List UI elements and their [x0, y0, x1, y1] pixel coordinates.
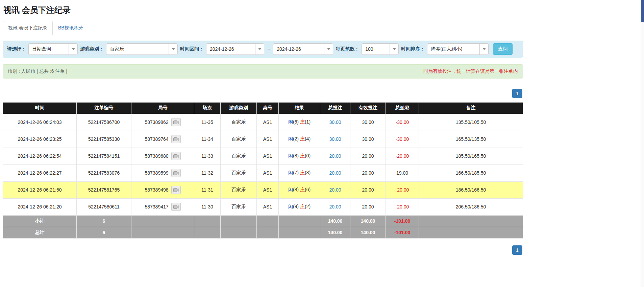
cell-game-type: 百家乐: [221, 164, 257, 181]
replay-video-button[interactable]: [171, 118, 181, 126]
result-player-score: (7): [293, 170, 299, 175]
video-replay-icon: [173, 137, 179, 141]
summary-label: 小计: [3, 215, 77, 227]
cell-total-bet: 30.00: [320, 114, 350, 131]
payout-amount: 19.00: [396, 170, 408, 176]
bet-row: 2024-12-26 06:23:25522147585330587389764…: [3, 131, 523, 148]
query-type-select[interactable]: 日期查询: [28, 43, 78, 55]
sort-order-value: 降幂(由大到小): [427, 44, 479, 54]
query-type-label: 请选择：: [7, 46, 26, 52]
bet-row: 2024-12-26 06:22:27522147583076587389599…: [3, 164, 523, 181]
replay-video-button[interactable]: [171, 203, 181, 211]
video-replay-icon: [173, 205, 179, 209]
cell-round-no: 587389764: [131, 131, 194, 148]
cell-valid-bet: 20.00: [350, 198, 386, 215]
round-number: 587389498: [145, 187, 168, 193]
column-header: 时间: [3, 102, 77, 114]
game-type-value: 百家乐: [106, 44, 169, 54]
cell-game-type: 百家乐: [221, 181, 257, 198]
game-type-select[interactable]: 百家乐: [106, 43, 178, 55]
result-banker: 庄: [300, 170, 305, 175]
cell-remark: 206.50/186.50: [419, 198, 523, 215]
search-button[interactable]: 查询: [493, 43, 513, 55]
total-bet-link[interactable]: 20.00: [329, 204, 341, 209]
summary-empty-cell: [221, 215, 257, 227]
result-banker: 庄: [300, 187, 305, 192]
page-size-select[interactable]: 100: [362, 43, 399, 55]
replay-video-button[interactable]: [171, 152, 181, 160]
valid-bet-notice-text: 同局有效投注，统一计算在该局第一张注单内: [423, 68, 518, 74]
replay-video-button[interactable]: [171, 135, 181, 143]
time-range-label: 时间区间：: [180, 46, 204, 52]
cell-valid-bet: 30.00: [350, 114, 386, 131]
bet-records-table: 时间注单编号局号场次游戏类别桌号结果总投注有效投注总派彩备注 2024-12-2…: [3, 102, 523, 239]
payout-amount: -20.00: [396, 153, 409, 159]
summary-empty-cell: [131, 227, 194, 238]
cell-time: 2024-12-26 06:21:20: [3, 198, 77, 215]
date-from-picker[interactable]: 2024-12-26: [206, 43, 264, 55]
scrollbar-thumb[interactable]: [641, 0, 644, 22]
column-header: 结果: [279, 102, 320, 114]
cell-time: 2024-12-26 06:23:25: [3, 131, 77, 148]
cell-table-no: AS1: [257, 198, 279, 215]
bet-row: 2024-12-26 06:22:54522147584151587389680…: [3, 148, 523, 164]
cell-table-no: AS1: [257, 148, 279, 164]
cell-remark: 186.50/166.50: [419, 181, 523, 198]
cell-time: 2024-12-26 06:21:50: [3, 181, 77, 198]
total-bet-link[interactable]: 20.00: [329, 153, 341, 159]
cell-round-no: 587389862: [131, 114, 194, 131]
result-player-score: (9): [293, 204, 299, 209]
caret-down-icon[interactable]: [169, 44, 177, 54]
cell-table-no: AS1: [257, 114, 279, 131]
cell-game-type: 百家乐: [221, 131, 257, 148]
round-number: 587389417: [145, 204, 168, 209]
cell-result: 闲(6) 庄(1): [279, 114, 320, 131]
cell-valid-bet: 20.00: [350, 148, 386, 164]
result-banker-score: (2): [305, 204, 311, 209]
page-size-value: 100: [362, 44, 390, 54]
total-bet-link[interactable]: 20.00: [329, 170, 341, 176]
page-1-button[interactable]: 1: [512, 89, 522, 98]
cell-result: 闲(8) 庄(0): [279, 148, 320, 164]
summary-payout: -101.00: [386, 215, 419, 227]
summary-label: 总计: [3, 227, 77, 238]
tab-bet-records[interactable]: 视讯 会员下注纪录: [3, 21, 53, 35]
caret-down-icon[interactable]: [479, 44, 488, 54]
caret-down-icon[interactable]: [390, 44, 398, 54]
total-bet-link[interactable]: 20.00: [329, 187, 341, 193]
cell-payout: 19.00: [386, 164, 419, 181]
replay-video-button[interactable]: [171, 186, 181, 194]
page-title: 视讯 会员下注纪录: [3, 5, 523, 16]
column-header: 注单编号: [77, 102, 131, 114]
total-bet-link[interactable]: 30.00: [329, 119, 341, 125]
sort-order-select[interactable]: 降幂(由大到小): [427, 43, 489, 55]
result-banker: 庄: [300, 153, 305, 158]
summary-empty-cell: [194, 215, 221, 227]
result-banker-score: (6): [305, 187, 311, 192]
cell-bet-id: 522147586700: [77, 114, 131, 131]
cell-session: 11-34: [194, 131, 221, 148]
caret-down-icon[interactable]: [69, 44, 77, 54]
bet-row: 2024-12-26 06:24:03522147586700587389862…: [3, 114, 523, 131]
page-1-button[interactable]: 1: [512, 245, 522, 255]
summary-payout-amount: -101.00: [394, 230, 410, 235]
scrollbar[interactable]: [641, 0, 644, 287]
video-replay-icon: [173, 120, 179, 125]
tab-bb-video-points[interactable]: BB视讯积分: [53, 21, 89, 35]
replay-video-button[interactable]: [171, 169, 181, 177]
cell-time: 2024-12-26 06:22:54: [3, 148, 77, 164]
date-to-value: 2024-12-26: [273, 44, 324, 54]
date-to-picker[interactable]: 2024-12-26: [273, 43, 333, 55]
total-bet-link[interactable]: 30.00: [329, 136, 341, 142]
summary-count: 6: [77, 227, 131, 238]
caret-down-icon[interactable]: [255, 44, 264, 54]
round-number: 587389599: [145, 170, 168, 176]
caret-down-icon[interactable]: [324, 44, 333, 54]
cell-total-bet: 20.00: [320, 198, 350, 215]
summary-empty-cell: [257, 227, 279, 238]
game-type-label: 游戏类别：: [80, 46, 104, 52]
summary-row: 小计6140.00140.00-101.00: [3, 215, 523, 227]
result-banker-score: (4): [305, 136, 311, 141]
cell-result: 闲(2) 庄(4): [279, 131, 320, 148]
payout-amount: -30.00: [396, 136, 409, 142]
